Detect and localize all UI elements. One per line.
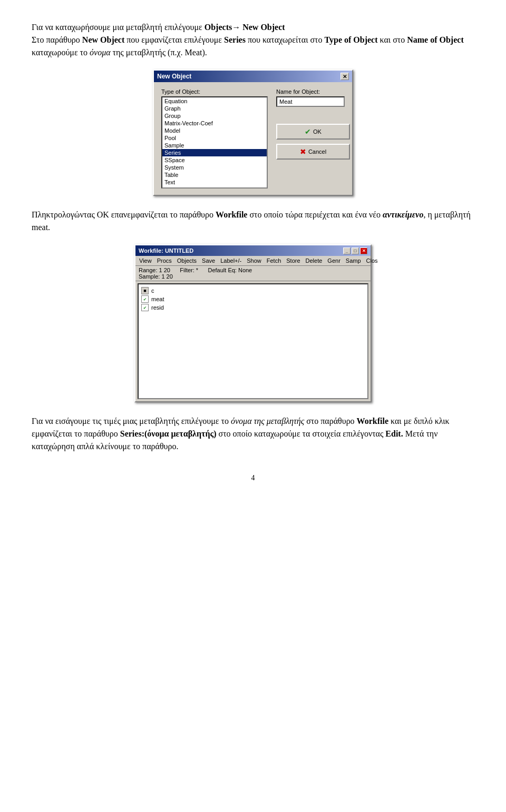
- workfile-body: ■c✔meat✔resid: [138, 283, 368, 399]
- workfile-item[interactable]: ✔resid: [141, 303, 365, 312]
- titlebar-controls: _ □ ✕: [343, 247, 367, 254]
- workfile-info: Range: 1 20 Filter: * Default Eq: None S…: [135, 266, 371, 281]
- menu-item-view[interactable]: View: [137, 257, 154, 264]
- new-object-dialog-container: New Object ✕ Type of Object: EquationGra…: [32, 70, 474, 196]
- name-input[interactable]: [276, 96, 345, 107]
- type-listbox[interactable]: EquationGraphGroupMatrix-Vector-CoefMode…: [161, 96, 268, 189]
- list-item[interactable]: Pool: [162, 134, 267, 142]
- new-object-dialog: New Object ✕ Type of Object: EquationGra…: [153, 70, 353, 196]
- dialog-close-button[interactable]: ✕: [340, 73, 349, 80]
- menu-item-fetch[interactable]: Fetch: [264, 257, 284, 264]
- workfile-item[interactable]: ✔meat: [141, 295, 365, 303]
- list-item[interactable]: Sample: [162, 142, 267, 149]
- workfile-titlebar: Workfile: UNTITLED _ □ ✕: [135, 245, 371, 256]
- list-item[interactable]: System: [162, 164, 267, 171]
- dialog-columns: Type of Object: EquationGraphGroupMatrix…: [161, 88, 345, 189]
- menu-item-save[interactable]: Save: [199, 257, 218, 264]
- list-item[interactable]: SSpace: [162, 156, 267, 164]
- name-label: Name for Object:: [276, 88, 345, 95]
- list-item[interactable]: Table: [162, 171, 267, 179]
- maximize-button[interactable]: □: [352, 247, 359, 254]
- button-column: ✔ OK ✖ Cancel: [276, 109, 350, 160]
- workfile-window-container: Workfile: UNTITLED _ □ ✕ ViewProcsObject…: [32, 244, 474, 402]
- list-item[interactable]: Model: [162, 127, 267, 134]
- menu-item-delete[interactable]: Delete: [303, 257, 325, 264]
- c-icon: ■: [141, 287, 149, 294]
- menu-item-procs[interactable]: Procs: [154, 257, 174, 264]
- menu-item-objects[interactable]: Objects: [174, 257, 199, 264]
- list-item[interactable]: Equation: [162, 97, 267, 105]
- ok-button[interactable]: ✔ OK: [276, 124, 350, 140]
- menu-item-genr[interactable]: Genr: [325, 257, 343, 264]
- menu-item-samp[interactable]: Samp: [343, 257, 364, 264]
- intro-paragraph: Για να καταχωρήσουμε μια μεταβλητή επιλέ…: [32, 21, 474, 59]
- ok-label: OK: [313, 128, 322, 135]
- dialog-titlebar: New Object ✕: [154, 71, 352, 82]
- menu-item-store[interactable]: Store: [284, 257, 303, 264]
- menu-item-label+/-[interactable]: Label+/-: [218, 257, 244, 264]
- workfile-item-name: c: [151, 288, 154, 294]
- list-item[interactable]: Series: [162, 149, 267, 156]
- cancel-button[interactable]: ✖ Cancel: [276, 144, 350, 160]
- ok-icon: ✔: [305, 127, 311, 136]
- workfile-window: Workfile: UNTITLED _ □ ✕ ViewProcsObject…: [134, 244, 372, 402]
- middle-paragraph: Πληκτρολογώντας ΟΚ επανεμφανίζεται το πα…: [32, 209, 474, 234]
- cancel-icon: ✖: [300, 147, 306, 156]
- type-column: Type of Object: EquationGraphGroupMatrix…: [161, 88, 268, 189]
- menu-item-clos[interactable]: Clos: [364, 257, 381, 264]
- workfile-item[interactable]: ■c: [141, 286, 365, 295]
- workfile-item-name: resid: [151, 304, 164, 311]
- name-column: Name for Object: ✔ OK ✖ Cancel: [276, 88, 345, 189]
- list-item[interactable]: VAR: [162, 186, 267, 189]
- end-paragraph: Για να εισάγουμε τις τιμές μιας μεταβλητ…: [32, 415, 474, 453]
- workfile-title: Workfile: UNTITLED: [139, 247, 193, 254]
- minimize-button[interactable]: _: [343, 247, 351, 254]
- dialog-body: Type of Object: EquationGraphGroupMatrix…: [154, 82, 352, 195]
- cancel-label: Cancel: [308, 148, 326, 155]
- page-number: 4: [32, 474, 474, 482]
- dialog-title: New Object: [157, 73, 191, 80]
- type-label: Type of Object:: [161, 88, 268, 95]
- close-button[interactable]: ✕: [360, 247, 367, 254]
- intro-line1: Για να καταχωρήσουμε μια μεταβλητή επιλέ…: [32, 23, 285, 32]
- workfile-item-name: meat: [151, 296, 164, 302]
- menu-item-show[interactable]: Show: [244, 257, 264, 264]
- list-item[interactable]: Matrix-Vector-Coef: [162, 120, 267, 127]
- list-item[interactable]: Group: [162, 112, 267, 120]
- list-item[interactable]: Text: [162, 179, 267, 186]
- series-icon: ✔: [141, 295, 149, 303]
- range-info: Range: 1 20 Filter: * Default Eq: None: [139, 267, 367, 273]
- list-item[interactable]: Graph: [162, 105, 267, 112]
- workfile-menubar: ViewProcsObjectsSaveLabel+/-ShowFetchSto…: [135, 256, 371, 266]
- sample-info: Sample: 1 20: [139, 273, 367, 280]
- series-icon: ✔: [141, 304, 149, 311]
- intro-line2: Στο παράθυρο New Object που εμφανίζεται …: [32, 35, 464, 57]
